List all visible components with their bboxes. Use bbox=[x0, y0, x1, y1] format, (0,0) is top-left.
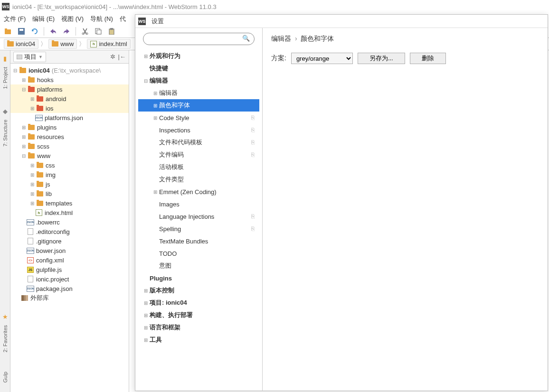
nav-appearance[interactable]: ⊞外观和行为 bbox=[138, 50, 259, 62]
crumb-project[interactable]: ionic04 bbox=[4, 39, 38, 49]
tree-ios[interactable]: ⊞ios bbox=[10, 103, 129, 113]
save-as-button[interactable]: 另存为... bbox=[358, 53, 405, 64]
tree-config-xml[interactable]: <>config.xml bbox=[10, 255, 129, 265]
tree-platforms[interactable]: ⊟platforms bbox=[10, 84, 129, 94]
tree-android[interactable]: ⊞android bbox=[10, 94, 129, 103]
expand-icon[interactable]: ⊞ bbox=[142, 313, 150, 318]
tree-editorconfig[interactable]: .editorconfig bbox=[10, 227, 129, 236]
collapse-icon[interactable]: |← bbox=[118, 53, 126, 60]
expand-icon[interactable]: ⊞ bbox=[142, 288, 150, 293]
tree-package-json[interactable]: JSONpackage.json bbox=[10, 284, 129, 293]
nav-tools[interactable]: ⊞工具 bbox=[138, 334, 259, 346]
expand-icon[interactable]: ⊞ bbox=[29, 163, 35, 168]
nav-emmet[interactable]: ⊞Emmet (Zen Coding) bbox=[138, 186, 259, 198]
redo-icon[interactable] bbox=[62, 27, 71, 36]
tree-bowerrc[interactable]: JSON.bowerrc bbox=[10, 217, 129, 227]
undo-icon[interactable] bbox=[49, 27, 57, 36]
nav-textmate[interactable]: TextMate Bundles bbox=[138, 235, 259, 247]
collapse-icon[interactable]: ⊟ bbox=[142, 78, 150, 84]
strip-structure[interactable]: 7: Structure bbox=[2, 120, 8, 147]
tree-scss[interactable]: ⊞scss bbox=[10, 141, 129, 151]
nav-live-templates[interactable]: 活动模板 bbox=[138, 161, 259, 173]
tree-bower-json[interactable]: JSONbower.json bbox=[10, 246, 129, 255]
cut-icon[interactable] bbox=[81, 27, 89, 36]
copy-icon[interactable] bbox=[94, 27, 103, 36]
nav-spelling[interactable]: Spelling⎘ bbox=[138, 223, 259, 235]
nav-code-style[interactable]: ⊞Code Style⎘ bbox=[138, 112, 259, 124]
tree-external-libs[interactable]: 外部库 bbox=[10, 293, 129, 303]
expand-icon[interactable]: ⊞ bbox=[142, 325, 150, 330]
nav-build[interactable]: ⊞构建、执行部署 bbox=[138, 309, 259, 321]
tree-gulpfile[interactable]: JSgulpfile.js bbox=[10, 265, 129, 274]
crumb-file[interactable]: h index.html bbox=[87, 39, 130, 49]
nav-editor-sub[interactable]: ⊞编辑器 bbox=[138, 87, 259, 99]
expand-icon[interactable]: ⊞ bbox=[21, 125, 27, 130]
structure-tool-icon[interactable]: ◆ bbox=[3, 108, 8, 115]
expand-icon[interactable]: ⊞ bbox=[21, 77, 27, 83]
copy-icon[interactable]: ⎘ bbox=[251, 139, 255, 146]
nav-todo[interactable]: TODO bbox=[138, 247, 259, 260]
tree-resources[interactable]: ⊞resources bbox=[10, 132, 129, 141]
expand-icon[interactable]: ⊞ bbox=[29, 182, 35, 187]
favorites-tool-icon[interactable]: ★ bbox=[2, 313, 8, 320]
expand-icon[interactable]: ⊞ bbox=[29, 201, 35, 206]
strip-project[interactable]: 1: Project bbox=[2, 67, 8, 89]
project-tree[interactable]: ⊟ ionic04 (E:\tx_workspace\ ⊞hooks ⊟plat… bbox=[10, 64, 129, 392]
nav-plugins[interactable]: Plugins bbox=[138, 272, 259, 284]
open-icon[interactable] bbox=[4, 27, 12, 36]
copy-icon[interactable]: ⎘ bbox=[251, 225, 255, 232]
save-icon[interactable] bbox=[17, 27, 26, 36]
tree-gitignore[interactable]: .gitignore bbox=[10, 236, 129, 246]
strip-gulp[interactable]: Gulp bbox=[2, 372, 8, 383]
expand-icon[interactable]: ⊞ bbox=[29, 106, 35, 111]
nav-file-templates[interactable]: 文件和代码模板⎘ bbox=[138, 136, 259, 149]
expand-icon[interactable]: ⊞ bbox=[29, 172, 35, 177]
copy-icon[interactable]: ⎘ bbox=[251, 127, 255, 133]
tree-img[interactable]: ⊞img bbox=[10, 170, 129, 179]
delete-button[interactable]: 删除 bbox=[410, 53, 446, 64]
nav-encoding[interactable]: 文件编码⎘ bbox=[138, 149, 259, 161]
tree-platforms-json[interactable]: JSONplatforms.json bbox=[10, 113, 129, 122]
expand-icon[interactable]: ⊞ bbox=[151, 91, 159, 96]
tree-lib[interactable]: ⊞lib bbox=[10, 189, 129, 198]
tree-js[interactable]: ⊞js bbox=[10, 179, 129, 189]
expand-icon[interactable]: ⊞ bbox=[142, 300, 150, 306]
expand-icon[interactable]: ⊞ bbox=[151, 115, 159, 121]
expand-icon[interactable]: ⊞ bbox=[29, 96, 35, 102]
nav-file-types[interactable]: 文件类型 bbox=[138, 173, 259, 186]
tree-ionic-project[interactable]: ionic.project bbox=[10, 274, 129, 284]
menu-more[interactable]: 代 bbox=[120, 15, 126, 23]
gear-icon[interactable]: ✲ bbox=[110, 53, 115, 60]
tree-root[interactable]: ⊟ ionic04 (E:\tx_workspace\ bbox=[10, 65, 129, 75]
project-view-selector[interactable]: 项目 ▼ bbox=[13, 52, 46, 62]
nav-keymap[interactable]: 快捷键 bbox=[138, 62, 259, 75]
nav-colors-fonts[interactable]: ⊞颜色和字体 bbox=[138, 99, 259, 112]
collapse-icon[interactable]: ⊟ bbox=[21, 153, 27, 159]
tree-plugins[interactable]: ⊞plugins bbox=[10, 122, 129, 132]
expand-icon[interactable]: ⊞ bbox=[21, 144, 27, 149]
expand-icon[interactable]: ⊞ bbox=[29, 191, 35, 196]
expand-icon[interactable]: ⊞ bbox=[151, 189, 159, 195]
nav-vcs[interactable]: ⊞版本控制 bbox=[138, 284, 259, 297]
refresh-icon[interactable] bbox=[30, 27, 39, 36]
nav-project[interactable]: ⊞项目: ionic04 bbox=[138, 297, 259, 309]
tree-hooks[interactable]: ⊞hooks bbox=[10, 75, 129, 84]
project-tool-icon[interactable]: ▮ bbox=[3, 55, 7, 62]
expand-icon[interactable]: ⊞ bbox=[142, 337, 150, 343]
nav-editor[interactable]: ⊟编辑器 bbox=[138, 75, 259, 87]
tree-index-html[interactable]: hindex.html bbox=[10, 208, 129, 217]
expand-icon[interactable]: ⊞ bbox=[142, 54, 150, 59]
paste-icon[interactable] bbox=[107, 27, 116, 36]
expand-icon[interactable]: ⊞ bbox=[151, 103, 159, 108]
search-input[interactable] bbox=[143, 33, 255, 45]
crumb-www[interactable]: www bbox=[48, 39, 77, 49]
collapse-icon[interactable]: ⊟ bbox=[21, 87, 27, 92]
menu-view[interactable]: 视图 (V) bbox=[61, 15, 84, 23]
tree-templates[interactable]: ⊞templates bbox=[10, 198, 129, 208]
nav-images[interactable]: Images bbox=[138, 198, 259, 210]
menu-file[interactable]: 文件 (F) bbox=[4, 15, 26, 23]
menu-navigate[interactable]: 导航 (N) bbox=[90, 15, 113, 23]
tree-www[interactable]: ⊟www bbox=[10, 151, 129, 160]
scheme-select[interactable]: grey/orange bbox=[291, 53, 353, 64]
strip-favorites[interactable]: 2: Favorites bbox=[2, 325, 8, 352]
